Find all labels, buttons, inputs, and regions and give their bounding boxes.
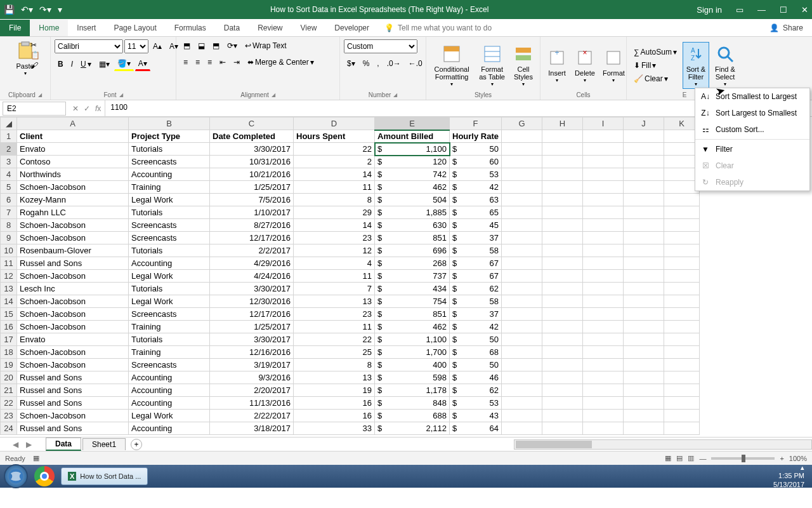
- redo-icon[interactable]: ↷▾: [39, 4, 51, 15]
- cell[interactable]: [542, 321, 582, 333]
- cell[interactable]: [623, 397, 664, 410]
- cell[interactable]: [501, 422, 542, 435]
- cell[interactable]: [623, 232, 664, 244]
- cell[interactable]: 12/30/2016: [210, 295, 294, 308]
- format-as-table-button[interactable]: Format as Table▾: [476, 43, 508, 89]
- cell[interactable]: [664, 321, 699, 333]
- alignment-dialog-icon[interactable]: ◢: [272, 92, 275, 98]
- cell[interactable]: [542, 410, 582, 422]
- cell[interactable]: [623, 295, 664, 308]
- cell[interactable]: [542, 244, 582, 257]
- align-top-icon[interactable]: ⬒: [180, 39, 193, 52]
- horizontal-scrollbar[interactable]: [514, 439, 812, 450]
- cell[interactable]: Tutorials: [129, 244, 210, 257]
- cell[interactable]: [542, 168, 582, 181]
- cell[interactable]: [542, 270, 582, 283]
- cell[interactable]: $ 754: [375, 295, 450, 308]
- cell[interactable]: $ 688: [375, 410, 450, 422]
- cell[interactable]: Schoen-Jacobson: [17, 295, 129, 308]
- cell[interactable]: [623, 346, 664, 359]
- cell[interactable]: [623, 410, 664, 422]
- row-header[interactable]: 24: [1, 422, 17, 435]
- enter-formula-icon[interactable]: ✓: [84, 104, 90, 113]
- cell[interactable]: Screencasts: [129, 308, 210, 321]
- cell[interactable]: 25: [294, 346, 375, 359]
- borders-button[interactable]: ▦▾: [96, 58, 113, 70]
- column-header-G[interactable]: G: [501, 117, 542, 130]
- cell[interactable]: Screencasts: [129, 156, 210, 168]
- save-icon[interactable]: 💾: [4, 4, 15, 15]
- cell[interactable]: $ 58: [450, 295, 502, 308]
- cell[interactable]: [582, 384, 623, 397]
- align-middle-icon[interactable]: ⬓: [195, 39, 208, 52]
- cell[interactable]: 11/13/2016: [210, 397, 294, 410]
- cell[interactable]: Screencasts: [129, 232, 210, 244]
- row-header[interactable]: 1: [1, 130, 17, 143]
- row-header[interactable]: 23: [1, 410, 17, 422]
- wrap-text-button[interactable]: ↩ Wrap Text: [242, 39, 290, 52]
- cell[interactable]: [501, 257, 542, 270]
- cell[interactable]: $ 46: [450, 371, 502, 384]
- cell[interactable]: 1/10/2017: [210, 206, 294, 219]
- macro-record-icon[interactable]: ▦: [33, 454, 39, 462]
- cell[interactable]: 23: [294, 308, 375, 321]
- font-name-select[interactable]: Calibri: [55, 39, 123, 53]
- orientation-icon[interactable]: ⟳▾: [224, 39, 240, 52]
- cell[interactable]: 16: [294, 397, 375, 410]
- cell[interactable]: [664, 371, 699, 384]
- cell[interactable]: Envato: [17, 333, 129, 346]
- cell[interactable]: $ 68: [450, 346, 502, 359]
- cell[interactable]: [582, 397, 623, 410]
- cell[interactable]: $ 53: [450, 397, 502, 410]
- conditional-formatting-button[interactable]: Conditional Formatting▾: [430, 43, 473, 89]
- cell[interactable]: [501, 219, 542, 232]
- cell[interactable]: [542, 257, 582, 270]
- cell[interactable]: 11: [294, 181, 375, 194]
- cell[interactable]: $ 851: [375, 232, 450, 244]
- cell[interactable]: [623, 156, 664, 168]
- cell[interactable]: [582, 194, 623, 206]
- cell[interactable]: [623, 168, 664, 181]
- column-header-F[interactable]: F: [450, 117, 502, 130]
- cell[interactable]: [542, 156, 582, 168]
- cell[interactable]: [623, 130, 664, 143]
- cell[interactable]: $ 400: [375, 359, 450, 371]
- cell[interactable]: [501, 359, 542, 371]
- cell[interactable]: [664, 270, 699, 283]
- cell[interactable]: Legal Work: [129, 194, 210, 206]
- cell[interactable]: $ 2,112: [375, 422, 450, 435]
- cell[interactable]: Legal Work: [129, 410, 210, 422]
- cell[interactable]: [501, 156, 542, 168]
- cell[interactable]: 7/5/2016: [210, 194, 294, 206]
- cell[interactable]: [542, 219, 582, 232]
- cell[interactable]: Accounting: [129, 371, 210, 384]
- cell[interactable]: $ 630: [375, 219, 450, 232]
- cell[interactable]: 3/30/2017: [210, 283, 294, 295]
- cell[interactable]: [664, 232, 699, 244]
- cell[interactable]: [623, 321, 664, 333]
- cell[interactable]: Accounting: [129, 397, 210, 410]
- sheet-tab-data[interactable]: Data: [46, 438, 81, 451]
- cell[interactable]: [582, 206, 623, 219]
- cell[interactable]: [664, 219, 699, 232]
- cell[interactable]: $ 64: [450, 422, 502, 435]
- cell[interactable]: [664, 397, 699, 410]
- cell[interactable]: 22: [294, 143, 375, 156]
- cell[interactable]: [582, 371, 623, 384]
- cell[interactable]: Training: [129, 181, 210, 194]
- cell[interactable]: Russel and Sons: [17, 257, 129, 270]
- cell[interactable]: 8: [294, 359, 375, 371]
- cell[interactable]: [582, 410, 623, 422]
- cell[interactable]: $ 67: [450, 270, 502, 283]
- cell[interactable]: $ 45: [450, 219, 502, 232]
- cell[interactable]: $ 63: [450, 194, 502, 206]
- font-dialog-icon[interactable]: ◢: [119, 92, 123, 98]
- cell[interactable]: [542, 346, 582, 359]
- tell-me-search[interactable]: 💡 Tell me what you want to do: [384, 23, 492, 32]
- cell[interactable]: $ 462: [375, 321, 450, 333]
- zoom-out-icon[interactable]: —: [699, 455, 706, 462]
- close-icon[interactable]: ✕: [801, 5, 808, 15]
- cell[interactable]: 13: [294, 371, 375, 384]
- cell[interactable]: 2/2/2017: [210, 244, 294, 257]
- column-header-H[interactable]: H: [542, 117, 582, 130]
